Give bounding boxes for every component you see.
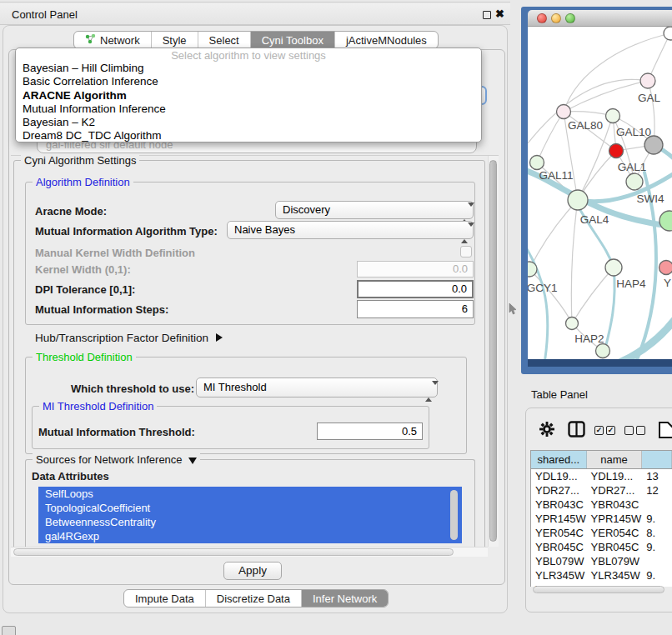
attribute-list-item[interactable]: TopologicalCoefficient	[38, 501, 462, 515]
algorithm-option[interactable]: ARACNE Algorithm	[16, 89, 481, 102]
tab-select[interactable]: Select	[198, 32, 251, 48]
dpi-tolerance-field[interactable]: 0.0	[357, 280, 474, 298]
network-node[interactable]	[664, 27, 672, 40]
network-node[interactable]	[644, 136, 663, 154]
network-edge[interactable]	[571, 200, 578, 323]
hide-columns-icon[interactable]	[624, 426, 645, 435]
window-zoom-icon[interactable]	[565, 13, 575, 23]
network-edge[interactable]	[529, 200, 578, 269]
table-header-row: shared... name	[531, 451, 672, 469]
algorithm-option[interactable]: Bayesian – Hill Climbing	[16, 62, 481, 75]
network-node[interactable]	[596, 344, 610, 358]
tab-infer-network[interactable]: Infer Network	[302, 590, 388, 607]
control-panel-title: Control Panel	[12, 8, 78, 21]
tab-style[interactable]: Style	[152, 32, 198, 48]
group-title: MI Threshold Definition	[39, 400, 157, 412]
mi-steps-field[interactable]: 6	[357, 300, 474, 318]
collapsed-panel-icon[interactable]	[2, 626, 16, 635]
mi-algorithm-type-combo[interactable]: Naive Bayes	[227, 221, 474, 239]
table-row[interactable]: YBL079WYBL079W	[531, 554, 672, 568]
table-row[interactable]: YER054CYER054C8.	[531, 526, 672, 540]
close-panel-icon[interactable]: ✖	[495, 8, 504, 20]
algorithm-option[interactable]: Mutual Information Inference	[16, 102, 481, 116]
window-close-icon[interactable]	[537, 13, 547, 23]
combo-stepper-icon	[461, 225, 469, 242]
network-node[interactable]	[568, 190, 588, 210]
expand-right-icon	[216, 333, 223, 342]
table-horizontal-scrollbar-thumb[interactable]	[533, 586, 664, 593]
table-row[interactable]: YBR043CYBR043C	[531, 498, 672, 512]
tab-label: Network	[100, 34, 140, 47]
network-node[interactable]	[557, 105, 571, 119]
algorithm-option[interactable]: Bayesian – K2	[16, 116, 481, 129]
table-cell: YPR145W	[587, 512, 643, 526]
collapse-down-icon	[188, 458, 197, 464]
column-header-clipped[interactable]	[642, 451, 672, 468]
network-canvas[interactable]: GALGAL80GAL10GAL1GAL11SWI4GAL4GCY1HAP4YH…	[528, 27, 672, 359]
node-label: GAL4	[580, 213, 609, 226]
mi-threshold-field[interactable]: 0.5	[317, 422, 423, 440]
manual-kernel-width-checkbox[interactable]	[460, 246, 472, 258]
table-cell: 9.	[642, 568, 672, 582]
settings-horizontal-scrollbar-thumb[interactable]	[13, 548, 454, 556]
network-edge[interactable]	[564, 81, 648, 112]
column-header-shared-name[interactable]: shared...	[531, 451, 587, 468]
table-cell: 9.	[642, 540, 672, 554]
table-row[interactable]: YDL19...YDL19...13	[531, 469, 672, 483]
list-scrollbar-thumb[interactable]	[450, 490, 458, 540]
network-node[interactable]	[566, 318, 579, 330]
network-node[interactable]	[659, 261, 672, 275]
network-node[interactable]	[640, 73, 655, 88]
tab-jactivemnodules[interactable]: jActiveMNodules	[335, 32, 438, 48]
algorithm-option[interactable]: Basic Correlation Inference	[16, 75, 481, 88]
network-edge[interactable]	[572, 268, 614, 323]
node-label: HAP4	[616, 278, 646, 290]
apply-button[interactable]: Apply	[223, 562, 282, 580]
table-cell	[642, 554, 672, 568]
network-node[interactable]	[605, 259, 622, 276]
attribute-list-item[interactable]: SelfLoops	[38, 487, 462, 501]
hub-definition-expander[interactable]: Hub/Transcription Factor Definition	[35, 332, 223, 344]
mi-steps-label: Mutual Information Steps:	[35, 303, 168, 316]
network-edge-highlighted[interactable]	[528, 243, 548, 359]
attribute-list-item[interactable]: BetweennessCentrality	[38, 515, 462, 529]
attribute-list-item[interactable]: gal4RGexp	[38, 529, 462, 543]
network-node[interactable]	[606, 109, 620, 123]
node-label: GAL80	[568, 119, 603, 132]
which-threshold-combo[interactable]: MI Threshold	[196, 378, 438, 398]
column-view-icon[interactable]	[568, 421, 585, 438]
table-row[interactable]: YLR345WYLR345W9.	[531, 568, 672, 582]
table-row[interactable]: YBR045CYBR045C9.	[531, 540, 672, 554]
show-columns-icon[interactable]: ✓ ✓	[594, 426, 615, 435]
table-row[interactable]: YDR27...YDR27...12	[531, 483, 672, 498]
aracne-mode-combo[interactable]: Discovery	[275, 201, 474, 219]
tab-network[interactable]: Network	[74, 32, 152, 48]
checked-box-icon: ✓	[606, 426, 615, 435]
settings-vertical-scrollbar-thumb[interactable]	[489, 160, 497, 542]
window-minimize-icon[interactable]	[551, 13, 561, 23]
group-title: Cyni Algorithm Settings	[21, 154, 139, 167]
network-node[interactable]	[530, 156, 544, 170]
network-node[interactable]	[659, 211, 672, 231]
tab-cyni-toolbox[interactable]: Cyni Toolbox	[251, 32, 335, 48]
float-panel-icon[interactable]	[483, 11, 491, 19]
table-row[interactable]: YPR145WYPR145W9.	[531, 512, 672, 526]
network-node[interactable]	[626, 173, 643, 190]
node-table[interactable]: shared... name YDL19...YDL19...13YDR27..…	[530, 450, 672, 587]
tab-discretize-data[interactable]: Discretize Data	[206, 590, 302, 607]
data-attributes-list[interactable]: SelfLoopsTopologicalCoefficientBetweenne…	[38, 487, 462, 543]
network-node[interactable]	[609, 144, 624, 158]
which-threshold-label: Which threshold to use:	[71, 382, 194, 395]
algorithm-option[interactable]: Dream8 DC_TDC Algorithm	[16, 129, 481, 142]
network-window-titlebar[interactable]	[528, 10, 672, 27]
column-header-name[interactable]: name	[587, 451, 643, 468]
combo-stepper-icon	[425, 382, 433, 401]
tab-impute-data[interactable]: Impute Data	[124, 590, 206, 607]
network-edge[interactable]	[537, 112, 564, 162]
table-cell: 9.	[642, 512, 672, 526]
gear-icon[interactable]	[539, 421, 555, 438]
network-edge[interactable]	[529, 269, 572, 323]
sources-expander[interactable]: Sources for Network Inference	[33, 453, 200, 466]
kernel-width-field[interactable]: 0.0	[357, 261, 474, 278]
new-table-icon[interactable]	[658, 421, 672, 439]
